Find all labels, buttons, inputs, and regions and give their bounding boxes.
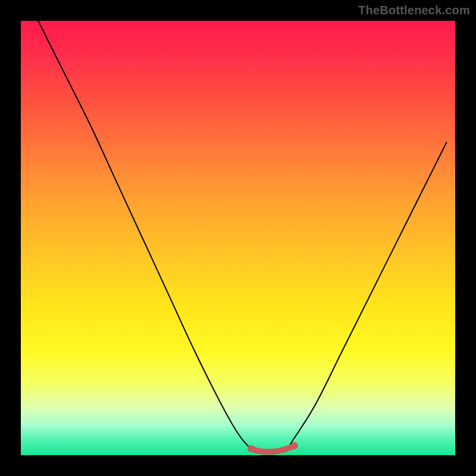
flat-zone-left-dot xyxy=(248,445,255,452)
curve-svg xyxy=(21,21,455,455)
chart-container: TheBottleneck.com xyxy=(0,0,476,476)
plot-area xyxy=(21,21,455,455)
flat-zone-right-dot xyxy=(291,442,298,449)
watermark-text: TheBottleneck.com xyxy=(358,4,470,17)
flat-zone-highlight xyxy=(251,446,295,452)
bottleneck-curve xyxy=(38,21,446,452)
